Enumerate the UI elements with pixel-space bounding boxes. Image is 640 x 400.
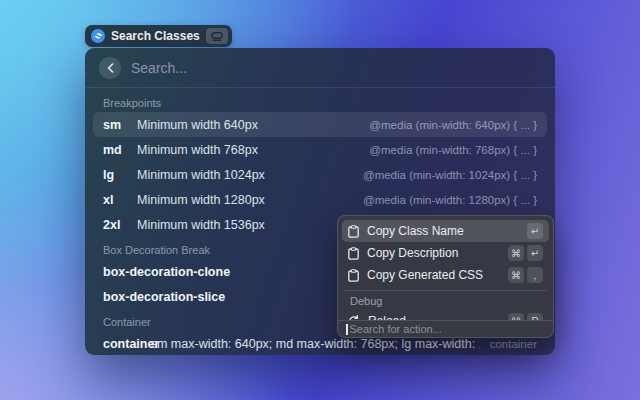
class-name: sm <box>103 118 127 132</box>
action-menu: Copy Class Name ↵ Copy Description ⌘ ↵ <box>337 215 554 338</box>
key-cmd: ⌘ <box>508 313 524 320</box>
key-cmd: ⌘ <box>508 245 524 261</box>
class-name: 2xl <box>103 218 127 232</box>
action-search-input[interactable] <box>350 323 546 335</box>
menu-section-debug: Debug <box>350 295 541 307</box>
shortcut-keys: ⌘ R <box>508 313 543 320</box>
class-name: container <box>103 337 141 351</box>
back-button[interactable] <box>99 57 121 79</box>
shortcut-keys: ⌘ ↵ <box>508 245 543 261</box>
key-cmd: ⌘ <box>508 267 524 283</box>
key-return: ↵ <box>527 245 543 261</box>
action-menu-list: Copy Class Name ↵ Copy Description ⌘ ↵ <box>338 216 553 320</box>
list-item-sm[interactable]: sm Minimum width 640px @media (min-width… <box>93 112 547 137</box>
class-description: Minimum width 1536px <box>137 218 265 232</box>
backspace-icon[interactable] <box>206 28 228 44</box>
generated-css: @media (min-width: 1024px) { ... } <box>363 169 537 181</box>
generated-css: @media (min-width: 768px) { ... } <box>369 144 537 156</box>
clipboard-icon <box>348 247 359 260</box>
menu-item-copy-class-name[interactable]: Copy Class Name ↵ <box>342 220 549 242</box>
section-header: Breakpoints <box>103 97 537 109</box>
clipboard-icon <box>348 225 359 238</box>
class-name: box-decoration-clone <box>103 265 230 279</box>
menu-item-label: Copy Description <box>367 246 458 260</box>
class-name: box-decoration-slice <box>103 290 225 304</box>
shortcut-keys: ↵ <box>527 223 543 239</box>
shortcut-keys: ⌘ , <box>508 267 543 283</box>
generated-css: container <box>490 338 537 350</box>
list-item-xl[interactable]: xl Minimum width 1280px @media (min-widt… <box>93 187 547 212</box>
class-description: Minimum width 1024px <box>137 168 265 182</box>
generated-css: @media (min-width: 640px) { ... } <box>369 119 537 131</box>
class-name: xl <box>103 193 127 207</box>
class-description: Minimum width 768px <box>137 143 258 157</box>
menu-divider <box>344 290 547 291</box>
menu-item-reload[interactable]: Reload ⌘ R <box>342 310 549 320</box>
menu-item-label: Copy Class Name <box>367 224 464 238</box>
text-cursor <box>346 324 348 335</box>
menu-item-copy-generated-css[interactable]: Copy Generated CSS ⌘ , <box>342 264 549 286</box>
list-item-lg[interactable]: lg Minimum width 1024px @media (min-widt… <box>93 162 547 187</box>
menu-item-label: Copy Generated CSS <box>367 268 483 282</box>
generated-css: @media (min-width: 1280px) { ... } <box>363 194 537 206</box>
class-description: Minimum width 640px <box>137 118 258 132</box>
breadcrumb-title: Search Classes <box>111 29 200 43</box>
action-search-bar <box>338 320 553 337</box>
desktop-background: Search Classes Breakpoints sm Minimum wi… <box>0 0 640 400</box>
class-description: sm max-width: 640px; md max-width: 768px… <box>151 337 480 351</box>
list-item-md[interactable]: md Minimum width 768px @media (min-width… <box>93 137 547 162</box>
class-description: Minimum width 1280px <box>137 193 265 207</box>
key-comma: , <box>527 267 543 283</box>
clipboard-icon <box>348 269 359 282</box>
key-r: R <box>527 313 543 320</box>
class-name: lg <box>103 168 127 182</box>
class-name: md <box>103 143 127 157</box>
key-return: ↵ <box>527 223 543 239</box>
breadcrumb[interactable]: Search Classes <box>85 25 232 47</box>
tailwind-logo-icon <box>91 29 105 43</box>
search-input[interactable] <box>131 60 541 76</box>
menu-item-copy-description[interactable]: Copy Description ⌘ ↵ <box>342 242 549 264</box>
search-bar <box>85 48 555 88</box>
